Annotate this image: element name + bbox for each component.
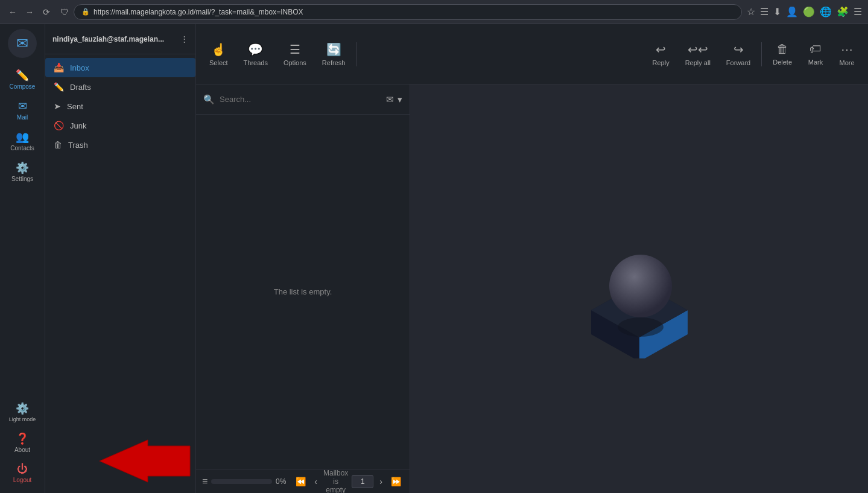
user-email: nindiya_fauziah@staf.magelan...	[52, 35, 164, 43]
reply-all-button[interactable]: ↩↩ Reply all	[678, 37, 718, 71]
extension1-button[interactable]: 🟢	[803, 6, 815, 17]
drafts-label: Drafts	[70, 83, 91, 92]
url-bar[interactable]: 🔒 https://mail.magelangkota.go.id/mail/?…	[74, 4, 742, 20]
email-list: The list is empty.	[196, 115, 410, 469]
icon-sidebar-bottom: ⚙️ Light mode ❓ About ⏻ Logout	[4, 398, 40, 493]
light-mode-label: Light mode	[9, 416, 36, 422]
right-panel	[410, 84, 868, 493]
threads-button[interactable]: 💬 Threads	[236, 37, 275, 71]
toolbar-divider-2	[761, 42, 762, 66]
toolbar: ☝ Select 💬 Threads ☰ Options 🔄 Refresh ↩…	[196, 24, 868, 84]
mark-button[interactable]: 🏷 Mark	[800, 37, 831, 71]
red-arrow-annotation	[97, 437, 193, 485]
contacts-label: Contacts	[10, 145, 34, 151]
icon-sidebar-top: ✉ ✏️ Compose ✉ Mail 👥 Contacts ⚙️ Settin…	[4, 29, 40, 398]
app-container: ✉ ✏️ Compose ✉ Mail 👥 Contacts ⚙️ Settin…	[0, 24, 868, 493]
more-icon: ⋯	[841, 42, 853, 57]
sidebar-item-about[interactable]: ❓ About	[4, 428, 40, 457]
url-text: https://mail.magelangkota.go.id/mail/?_t…	[93, 8, 303, 16]
lightmode-icon: ⚙️	[16, 402, 29, 415]
about-icon: ❓	[16, 432, 29, 445]
sidebar-item-contacts[interactable]: 👥 Contacts	[4, 127, 40, 155]
page-input[interactable]: 1	[352, 475, 373, 488]
content-area: 🔍 ✉ ▾ The list is empty. ≡	[196, 84, 868, 493]
last-page-button[interactable]: ⏩	[388, 476, 404, 488]
sidebar-item-logout[interactable]: ⏻ Logout	[4, 459, 40, 487]
sidebar-item-settings[interactable]: ⚙️ Settings	[4, 157, 40, 186]
folder-list: 📥 Inbox ✏️ Drafts ➤ Sent 🚫 Junk 🗑 Trash	[45, 54, 195, 443]
sidebar-item-lightmode[interactable]: ⚙️ Light mode	[4, 398, 40, 426]
folder-item-junk[interactable]: 🚫 Junk	[45, 116, 195, 135]
about-label: About	[14, 447, 30, 453]
filter-icon: ≡	[202, 476, 207, 487]
extension2-button[interactable]: 🌐	[820, 6, 832, 17]
junk-label: Junk	[70, 121, 86, 130]
options-icon: ☰	[290, 42, 300, 57]
download-button[interactable]: ⬇	[773, 6, 781, 17]
search-input[interactable]	[220, 95, 381, 104]
search-mail-filter-button[interactable]: ✉	[386, 94, 394, 105]
back-button[interactable]: ←	[6, 5, 19, 19]
delete-label: Delete	[773, 59, 792, 66]
progress-percent: 0%	[276, 477, 286, 486]
sent-label: Sent	[67, 102, 83, 111]
browser-chrome: ← → ⟳ 🛡 🔒 https://mail.magelangkota.go.i…	[0, 0, 868, 24]
reply-all-label: Reply all	[685, 59, 711, 66]
options-button[interactable]: ☰ Options	[276, 37, 314, 71]
select-button[interactable]: ☝ Select	[202, 37, 235, 71]
refresh-icon: 🔄	[326, 42, 341, 57]
drafts-icon: ✏️	[54, 82, 64, 92]
sidebar-item-mail[interactable]: ✉ Mail	[4, 96, 40, 124]
trash-label: Trash	[68, 141, 88, 150]
empty-message: The list is empty.	[274, 287, 332, 296]
refresh-button[interactable]: 🔄 Refresh	[315, 37, 353, 71]
toolbar-divider-1	[356, 42, 356, 66]
pagination-status: Mailbox is empty	[323, 469, 348, 494]
prev-page-button[interactable]: ‹	[312, 476, 320, 488]
folder-item-inbox[interactable]: 📥 Inbox	[45, 58, 195, 77]
mark-label: Mark	[808, 59, 823, 66]
search-dropdown-button[interactable]: ▾	[398, 94, 402, 105]
next-page-button[interactable]: ›	[377, 476, 385, 488]
folder-item-drafts[interactable]: ✏️ Drafts	[45, 77, 195, 97]
svg-marker-1	[100, 440, 190, 482]
empty-state-illustration	[573, 220, 706, 358]
more-button[interactable]: ⋯ More	[832, 37, 862, 71]
threads-icon: 💬	[248, 42, 263, 57]
svg-point-6	[618, 317, 664, 337]
forward-icon: ↪	[733, 42, 744, 57]
forward-button[interactable]: →	[23, 5, 36, 19]
sidebar-item-compose[interactable]: ✏️ Compose	[4, 65, 40, 94]
search-icon: 🔍	[203, 94, 215, 105]
folder-item-sent[interactable]: ➤ Sent	[45, 97, 195, 116]
options-label: Options	[284, 59, 306, 66]
folder-menu-button[interactable]: ⋮	[180, 34, 188, 43]
threads-label: Threads	[244, 59, 268, 66]
reload-button[interactable]: ⟳	[40, 5, 53, 19]
mail-icon: ✉	[18, 100, 27, 113]
search-bar: 🔍 ✉ ▾	[196, 84, 410, 115]
junk-icon: 🚫	[54, 121, 64, 130]
pagination-bar: ≡ 0% ⏪ ‹ Mailbox is empty 1 › ⏩	[196, 469, 410, 493]
app-logo: ✉	[8, 29, 37, 58]
contacts-icon: 👥	[16, 130, 29, 144]
mark-icon: 🏷	[809, 42, 822, 56]
profile-button[interactable]: 👤	[786, 6, 798, 17]
first-page-button[interactable]: ⏪	[293, 476, 308, 488]
delete-button[interactable]: 🗑 Delete	[765, 37, 799, 71]
sent-icon: ➤	[54, 101, 61, 111]
compose-label: Compose	[10, 83, 36, 90]
reply-button[interactable]: ↩ Reply	[645, 37, 677, 71]
bookmark-button[interactable]: ☆	[747, 6, 755, 17]
reply-label: Reply	[653, 59, 670, 66]
left-content: 🔍 ✉ ▾ The list is empty. ≡	[196, 84, 410, 493]
pocket-button[interactable]: ☰	[760, 6, 768, 17]
forward-button[interactable]: ↪ Forward	[719, 37, 758, 71]
inbox-icon: 📥	[54, 63, 64, 72]
logout-label: Logout	[13, 477, 32, 483]
trash-icon: 🗑	[54, 140, 62, 150]
extensions-button[interactable]: 🧩	[837, 6, 849, 17]
menu-button[interactable]: ☰	[854, 6, 862, 17]
folder-item-trash[interactable]: 🗑 Trash	[45, 135, 195, 154]
more-label: More	[839, 59, 854, 66]
